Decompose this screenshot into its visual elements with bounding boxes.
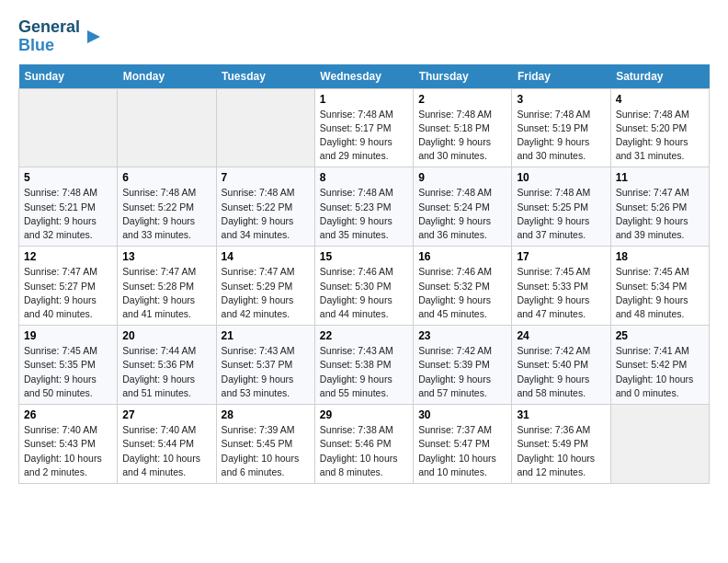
calendar-cell: 23Sunrise: 7:42 AMSunset: 5:39 PMDayligh… (414, 326, 512, 405)
calendar-cell: 18Sunrise: 7:45 AMSunset: 5:34 PMDayligh… (610, 247, 709, 326)
day-info: Sunrise: 7:48 AMSunset: 5:19 PMDaylight:… (517, 108, 605, 164)
calendar-cell: 27Sunrise: 7:40 AMSunset: 5:44 PMDayligh… (118, 405, 216, 484)
day-info: Sunrise: 7:48 AMSunset: 5:20 PMDaylight:… (616, 108, 704, 164)
week-row-5: 26Sunrise: 7:40 AMSunset: 5:43 PMDayligh… (19, 405, 710, 484)
weekday-header-monday: Monday (118, 64, 216, 89)
day-info: Sunrise: 7:42 AMSunset: 5:40 PMDaylight:… (517, 344, 605, 400)
day-info: Sunrise: 7:47 AMSunset: 5:26 PMDaylight:… (616, 186, 704, 242)
day-number: 14 (222, 250, 310, 263)
day-number: 26 (24, 408, 112, 421)
day-info: Sunrise: 7:40 AMSunset: 5:43 PMDaylight:… (24, 423, 112, 479)
calendar-cell: 1Sunrise: 7:48 AMSunset: 5:17 PMDaylight… (314, 88, 413, 167)
calendar-cell: 20Sunrise: 7:44 AMSunset: 5:36 PMDayligh… (118, 326, 216, 405)
day-number: 23 (418, 329, 506, 342)
calendar-cell: 25Sunrise: 7:41 AMSunset: 5:42 PMDayligh… (610, 326, 709, 405)
calendar-cell: 29Sunrise: 7:38 AMSunset: 5:46 PMDayligh… (314, 405, 413, 484)
weekday-header-friday: Friday (512, 64, 610, 89)
day-number: 2 (418, 93, 506, 106)
day-number: 18 (616, 250, 704, 263)
day-number: 17 (517, 250, 605, 263)
calendar-cell: 14Sunrise: 7:47 AMSunset: 5:29 PMDayligh… (216, 247, 314, 326)
day-number: 29 (320, 408, 408, 421)
day-info: Sunrise: 7:48 AMSunset: 5:21 PMDaylight:… (24, 186, 112, 242)
calendar-cell: 22Sunrise: 7:43 AMSunset: 5:38 PMDayligh… (314, 326, 413, 405)
calendar-cell: 2Sunrise: 7:48 AMSunset: 5:18 PMDaylight… (414, 88, 512, 167)
calendar-cell (216, 88, 314, 167)
weekday-header-wednesday: Wednesday (314, 64, 413, 89)
day-info: Sunrise: 7:47 AMSunset: 5:28 PMDaylight:… (122, 265, 210, 321)
day-number: 25 (616, 329, 704, 342)
day-info: Sunrise: 7:48 AMSunset: 5:24 PMDaylight:… (418, 186, 506, 242)
day-info: Sunrise: 7:43 AMSunset: 5:37 PMDaylight:… (222, 344, 310, 400)
logo-blue: Blue (18, 37, 80, 55)
day-number: 15 (320, 250, 408, 263)
calendar-cell: 15Sunrise: 7:46 AMSunset: 5:30 PMDayligh… (314, 247, 413, 326)
logo-arrow-icon (84, 27, 104, 47)
day-number: 21 (222, 329, 310, 342)
calendar-cell (19, 88, 118, 167)
day-number: 22 (320, 329, 408, 342)
day-number: 1 (320, 93, 408, 106)
day-number: 5 (24, 171, 112, 184)
day-info: Sunrise: 7:48 AMSunset: 5:22 PMDaylight:… (122, 186, 210, 242)
day-number: 4 (616, 93, 704, 106)
day-info: Sunrise: 7:36 AMSunset: 5:49 PMDaylight:… (517, 423, 605, 479)
calendar-cell: 8Sunrise: 7:48 AMSunset: 5:23 PMDaylight… (314, 167, 413, 247)
day-info: Sunrise: 7:46 AMSunset: 5:32 PMDaylight:… (418, 265, 506, 321)
day-info: Sunrise: 7:48 AMSunset: 5:17 PMDaylight:… (320, 108, 408, 164)
weekday-header-tuesday: Tuesday (216, 64, 314, 89)
day-info: Sunrise: 7:45 AMSunset: 5:33 PMDaylight:… (517, 265, 605, 321)
calendar-cell: 24Sunrise: 7:42 AMSunset: 5:40 PMDayligh… (512, 326, 610, 405)
day-number: 31 (517, 408, 605, 421)
calendar-cell: 3Sunrise: 7:48 AMSunset: 5:19 PMDaylight… (512, 88, 610, 167)
day-info: Sunrise: 7:42 AMSunset: 5:39 PMDaylight:… (418, 344, 506, 400)
calendar-cell: 13Sunrise: 7:47 AMSunset: 5:28 PMDayligh… (118, 247, 216, 326)
week-row-1: 1Sunrise: 7:48 AMSunset: 5:17 PMDaylight… (19, 88, 710, 167)
weekday-header-sunday: Sunday (19, 64, 118, 89)
day-info: Sunrise: 7:45 AMSunset: 5:34 PMDaylight:… (616, 265, 704, 321)
week-row-4: 19Sunrise: 7:45 AMSunset: 5:35 PMDayligh… (19, 326, 710, 405)
day-info: Sunrise: 7:38 AMSunset: 5:46 PMDaylight:… (320, 423, 408, 479)
calendar-cell: 28Sunrise: 7:39 AMSunset: 5:45 PMDayligh… (216, 405, 314, 484)
page-container: General Blue SundayMondayTuesdayWednesda… (0, 0, 728, 493)
day-number: 7 (222, 171, 310, 184)
day-number: 10 (517, 171, 605, 184)
calendar-table: SundayMondayTuesdayWednesdayThursdayFrid… (18, 64, 710, 484)
calendar-cell: 5Sunrise: 7:48 AMSunset: 5:21 PMDaylight… (19, 167, 118, 247)
day-info: Sunrise: 7:46 AMSunset: 5:30 PMDaylight:… (320, 265, 408, 321)
calendar-cell (610, 405, 709, 484)
day-info: Sunrise: 7:47 AMSunset: 5:27 PMDaylight:… (24, 265, 112, 321)
week-row-2: 5Sunrise: 7:48 AMSunset: 5:21 PMDaylight… (19, 167, 710, 247)
day-number: 27 (122, 408, 210, 421)
calendar-cell: 30Sunrise: 7:37 AMSunset: 5:47 PMDayligh… (414, 405, 512, 484)
day-info: Sunrise: 7:48 AMSunset: 5:25 PMDaylight:… (517, 186, 605, 242)
calendar-cell: 6Sunrise: 7:48 AMSunset: 5:22 PMDaylight… (118, 167, 216, 247)
calendar-header-row: SundayMondayTuesdayWednesdayThursdayFrid… (19, 64, 710, 89)
day-number: 3 (517, 93, 605, 106)
calendar-cell: 17Sunrise: 7:45 AMSunset: 5:33 PMDayligh… (512, 247, 610, 326)
calendar-cell: 9Sunrise: 7:48 AMSunset: 5:24 PMDaylight… (414, 167, 512, 247)
calendar-cell: 19Sunrise: 7:45 AMSunset: 5:35 PMDayligh… (19, 326, 118, 405)
calendar-cell: 16Sunrise: 7:46 AMSunset: 5:32 PMDayligh… (414, 247, 512, 326)
day-number: 12 (24, 250, 112, 263)
week-row-3: 12Sunrise: 7:47 AMSunset: 5:27 PMDayligh… (19, 247, 710, 326)
calendar-cell: 11Sunrise: 7:47 AMSunset: 5:26 PMDayligh… (610, 167, 709, 247)
calendar-cell: 10Sunrise: 7:48 AMSunset: 5:25 PMDayligh… (512, 167, 610, 247)
day-info: Sunrise: 7:47 AMSunset: 5:29 PMDaylight:… (222, 265, 310, 321)
day-number: 6 (122, 171, 210, 184)
day-info: Sunrise: 7:39 AMSunset: 5:45 PMDaylight:… (222, 423, 310, 479)
day-info: Sunrise: 7:48 AMSunset: 5:22 PMDaylight:… (222, 186, 310, 242)
day-info: Sunrise: 7:41 AMSunset: 5:42 PMDaylight:… (616, 344, 704, 400)
svg-marker-0 (87, 30, 100, 43)
day-info: Sunrise: 7:40 AMSunset: 5:44 PMDaylight:… (122, 423, 210, 479)
calendar-cell: 26Sunrise: 7:40 AMSunset: 5:43 PMDayligh… (19, 405, 118, 484)
day-info: Sunrise: 7:44 AMSunset: 5:36 PMDaylight:… (122, 344, 210, 400)
day-info: Sunrise: 7:37 AMSunset: 5:47 PMDaylight:… (418, 423, 506, 479)
day-info: Sunrise: 7:45 AMSunset: 5:35 PMDaylight:… (24, 344, 112, 400)
day-number: 16 (418, 250, 506, 263)
calendar-cell: 4Sunrise: 7:48 AMSunset: 5:20 PMDaylight… (610, 88, 709, 167)
page-header: General Blue (18, 18, 710, 55)
weekday-header-saturday: Saturday (610, 64, 709, 89)
day-number: 30 (418, 408, 506, 421)
calendar-cell: 31Sunrise: 7:36 AMSunset: 5:49 PMDayligh… (512, 405, 610, 484)
